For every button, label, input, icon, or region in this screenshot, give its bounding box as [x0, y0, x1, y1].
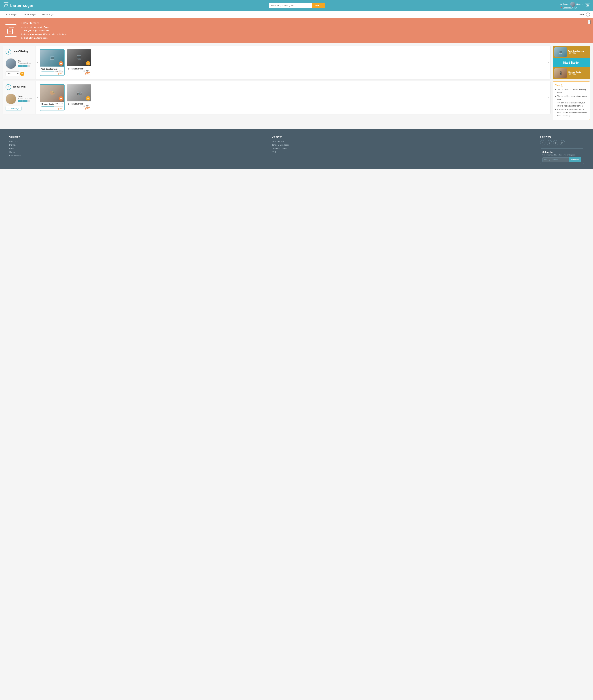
footer-company: Company About Us Privacy Press Career Br…: [9, 135, 21, 164]
offering-carousel: ‹ 💻 − Web Development 400 TC/hr edit: [36, 46, 550, 79]
card-price: 400 TC/hr: [82, 105, 90, 107]
subscribe-button[interactable]: Subscribe: [569, 157, 582, 162]
wanting-user-row: Faye Toronto, Canada: [6, 93, 32, 105]
welcome-text: Welcome, Sean ▾: [560, 2, 583, 7]
card-price: 400 TC/hr: [55, 102, 63, 105]
add-offering-button[interactable]: +: [20, 72, 25, 76]
mail-icon[interactable]: [585, 4, 590, 7]
add-listing-button[interactable]: +: [86, 61, 90, 66]
twitter-icon[interactable]: t: [547, 140, 552, 146]
selected-wanting-image: 📱: [554, 69, 567, 78]
banner-content: Let's Barter! You're here to barter with…: [21, 22, 67, 40]
nav-match-sugar[interactable]: Match Sugar: [39, 11, 57, 18]
main-nav: Find Sugar Create Sugar Match Sugar Abou…: [0, 11, 593, 18]
card-edit-link[interactable]: edit: [85, 108, 90, 110]
footer-link-about[interactable]: About Us: [9, 140, 21, 142]
footer-follow-heading: Follow Us: [540, 135, 584, 138]
wanting-rating: [18, 100, 32, 102]
footer-link-how[interactable]: How It Works: [272, 140, 289, 142]
listing-card-image: 🖥️ +: [67, 49, 91, 67]
svg-rect-4: [8, 29, 12, 34]
svg-point-9: [10, 31, 11, 32]
user-avatar-small: [570, 2, 575, 7]
card-price: 400 TC/hr: [82, 70, 90, 72]
selected-wanting-price: 400 TC/hr: [568, 73, 582, 75]
tc-selector: 850 TC 700 TC 1000 TC +: [6, 72, 25, 76]
card-edit-link[interactable]: edit: [58, 108, 63, 110]
tip-item: You can change the value of your offer t…: [557, 101, 588, 108]
selected-wanting-title: Graphic Design: [568, 71, 582, 73]
wanting-user-avatar: [6, 93, 16, 105]
wanting-carousel: ‹ 🎨 − Graphic Design 400 TC/hr edit: [36, 81, 550, 114]
googleplus-icon[interactable]: g+: [553, 140, 558, 146]
nav-create-sugar[interactable]: Create Sugar: [20, 11, 39, 18]
selected-offering-item: 💻 Web Development 400 TC/hr: [553, 46, 590, 58]
offering-title: I am Offering: [13, 50, 28, 53]
clipboard-icon: [561, 84, 563, 86]
listing-card[interactable]: 📷 + Desk in Live/Work 400 TC/hr edit: [67, 84, 91, 111]
footer-link-terms[interactable]: Terms & Conditions: [272, 144, 289, 146]
subscribe-title: Subscribe: [543, 151, 582, 153]
card-edit-link[interactable]: edit: [85, 72, 90, 75]
banner-close-button[interactable]: ×: [588, 20, 591, 25]
offering-prev-button[interactable]: ‹: [36, 61, 40, 65]
listing-card[interactable]: 🎨 − Graphic Design 400 TC/hr edit: [40, 84, 65, 111]
subscribe-subtitle: Subscribe to get the latest news and upd…: [543, 154, 582, 156]
wanting-prev-button[interactable]: ‹: [36, 96, 40, 99]
offering-next-button[interactable]: ›: [546, 61, 550, 65]
search-input[interactable]: [269, 3, 312, 8]
offering-rating: [18, 65, 32, 67]
footer-company-heading: Company: [9, 135, 21, 138]
footer-follow: Follow Us f t g+ in Subscribe Subscribe …: [540, 135, 584, 164]
offering-cards: 💻 − Web Development 400 TC/hr edit 🖥️: [40, 49, 546, 76]
right-panel: 💻 Web Development 400 TC/hr Start Barter…: [553, 46, 590, 120]
svg-rect-3: [586, 5, 589, 6]
remove-listing-button[interactable]: −: [59, 61, 63, 66]
help-button[interactable]: ?: [586, 12, 590, 16]
footer-link-career[interactable]: Career: [9, 151, 21, 153]
footer-link-brand[interactable]: Brand Assets: [9, 154, 21, 157]
wanting-user-info: Faye Toronto, Canada: [18, 95, 32, 103]
listing-card[interactable]: 🖥️ + Desk in Live/Work 400 TC/hr edit: [67, 49, 91, 76]
nav-find-sugar[interactable]: Find Sugar: [3, 11, 20, 18]
start-barter-button[interactable]: Start Barter: [553, 58, 590, 67]
subscribe-row: Subscribe: [543, 157, 582, 162]
user-location: 📍 Barcelona, Spain: [560, 7, 583, 9]
barter-banner: × Let's Barter! You're here to barter wi…: [0, 18, 593, 43]
remove-listing-button[interactable]: −: [59, 96, 63, 101]
main-content: 1 I am Offering Me Barcelona, Spain: [0, 43, 593, 123]
subscribe-email-input[interactable]: [543, 157, 569, 162]
svg-rect-12: [561, 84, 562, 84]
offering-left: 1 I am Offering Me Barcelona, Spain: [3, 46, 36, 79]
message-button[interactable]: Message: [6, 106, 22, 111]
wanting-section: 2 What I want Faye Toronto, Canada: [3, 81, 550, 114]
card-edit-link[interactable]: edit: [58, 73, 63, 75]
listing-card-image: 📷 +: [67, 84, 91, 101]
footer-link-privacy[interactable]: Privacy: [9, 144, 21, 146]
card-info: Desk in Live/Work 400 TC/hr edit: [67, 101, 91, 110]
selected-offering-info: Web Development 400 TC/hr: [568, 50, 584, 54]
footer-link-conduct[interactable]: Code of Conduct: [272, 147, 289, 150]
social-icons: f t g+ in: [540, 140, 584, 146]
nav-about[interactable]: About: [579, 13, 584, 16]
card-price: 400 TC/hr: [55, 70, 63, 72]
listing-card-image: 💻 −: [40, 49, 64, 67]
facebook-icon[interactable]: f: [540, 140, 546, 146]
listing-card-image: 🎨 −: [40, 85, 64, 101]
footer-link-faq[interactable]: FAQ: [272, 151, 289, 153]
tc-value-select[interactable]: 850 TC 700 TC 1000 TC: [6, 72, 19, 76]
wanting-cards: 🎨 − Graphic Design 400 TC/hr edit 📷: [40, 84, 546, 111]
card-info: Web Development 400 TC/hr edit: [40, 67, 64, 76]
search-button[interactable]: Search: [312, 3, 325, 8]
nav-left: Find Sugar Create Sugar Match Sugar: [3, 11, 57, 18]
footer-link-press[interactable]: Press: [9, 147, 21, 150]
footer-discover: Discover How It Works Terms & Conditions…: [272, 135, 289, 164]
wanting-number: 2: [6, 84, 11, 90]
linkedin-icon[interactable]: in: [560, 140, 565, 146]
add-listing-button[interactable]: +: [86, 96, 90, 100]
wanting-next-button[interactable]: ›: [546, 96, 550, 99]
selected-wanting-item: 📱 Graphic Design 400 TC/hr: [553, 67, 590, 79]
username[interactable]: Sean: [576, 3, 581, 5]
offering-user-name: Me: [18, 60, 32, 62]
listing-card[interactable]: 💻 − Web Development 400 TC/hr edit: [40, 49, 65, 76]
